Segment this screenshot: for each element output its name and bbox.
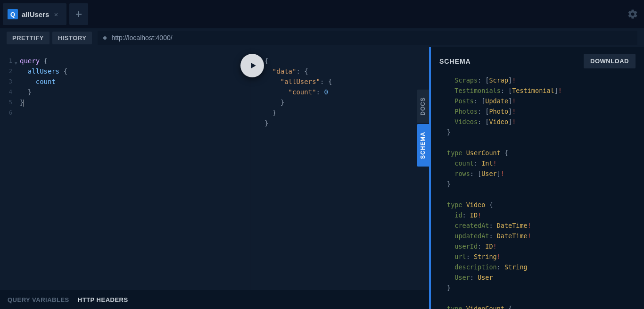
line-number: 1 [0, 56, 14, 66]
schema-header: SCHEMA DOWNLOAD [431, 47, 644, 75]
line-number: 3 [0, 76, 14, 87]
line-number: 6 [0, 108, 14, 118]
top-bar: Q allUsers × [0, 0, 644, 28]
line-gutter: 1 2 3 4 5 6 [0, 56, 14, 118]
schema-body[interactable]: Scraps: [Scrap]! Testimonials: [Testimon… [431, 75, 644, 309]
editor-row: 1 2 3 4 5 6 ▼ query { allUsers { count }… [0, 47, 429, 290]
execute-button[interactable] [240, 54, 264, 77]
docs-tab[interactable]: DOCS [417, 90, 429, 123]
line-number: 4 [0, 87, 14, 97]
tab-strip: Q allUsers × [3, 0, 88, 28]
http-headers-tab[interactable]: HTTP HEADERS [78, 296, 128, 303]
plus-icon [75, 10, 83, 18]
add-tab-button[interactable] [69, 3, 88, 25]
settings-button[interactable] [627, 8, 638, 20]
prettify-button[interactable]: PRETTIFY [7, 32, 50, 44]
schema-panel: SCHEMA DOWNLOAD Scraps: [Scrap]! Testimo… [429, 47, 644, 309]
endpoint-url: http://localhost:4000/ [111, 34, 172, 42]
result-code: { "data": { "allUsers": { "count": 0 } }… [250, 56, 429, 128]
line-number: 5 [0, 97, 14, 108]
tab-badge: Q [8, 9, 18, 19]
status-dot [103, 36, 107, 40]
play-icon [248, 61, 258, 70]
toolbar: PRETTIFY HISTORY http://localhost:4000/ [0, 28, 644, 47]
query-variables-tab[interactable]: QUERY VARIABLES [8, 296, 69, 303]
main-area: 1 2 3 4 5 6 ▼ query { allUsers { count }… [0, 47, 644, 309]
app-root: Q allUsers × PRETTIFY HISTORY http://loc… [0, 0, 644, 309]
bottom-tabs: QUERY VARIABLES HTTP HEADERS [0, 290, 429, 309]
close-icon[interactable]: × [54, 10, 58, 18]
tab-query-allusers[interactable]: Q allUsers × [3, 3, 66, 25]
schema-tab[interactable]: SCHEMA [417, 124, 429, 167]
history-button[interactable]: HISTORY [52, 32, 92, 44]
query-code: query { allUsers { count } } [0, 56, 250, 108]
tab-label: allUsers [22, 10, 49, 18]
line-number: 2 [0, 66, 14, 76]
schema-title: SCHEMA [439, 58, 471, 65]
endpoint-input[interactable]: http://localhost:4000/ [98, 31, 637, 45]
workspace: 1 2 3 4 5 6 ▼ query { allUsers { count }… [0, 47, 429, 309]
download-button[interactable]: DOWNLOAD [584, 54, 636, 68]
query-editor[interactable]: 1 2 3 4 5 6 ▼ query { allUsers { count }… [0, 47, 250, 290]
result-viewer[interactable]: ▼ ▼ { "data": { "allUsers": { "count": 0… [250, 47, 429, 290]
side-tabs: DOCS SCHEMA [417, 90, 429, 167]
chevron-down-icon[interactable]: ▼ [15, 58, 17, 68]
gear-icon [627, 8, 638, 20]
